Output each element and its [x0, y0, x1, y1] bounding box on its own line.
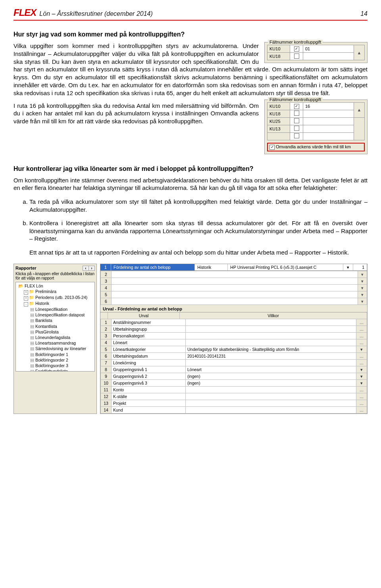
tree-item[interactable]: ▤ Bokföringsorder 3 — [17, 363, 94, 368]
fig1-row-value[interactable]: 01 — [303, 45, 354, 53]
urval-value[interactable]: Löneart — [186, 366, 356, 373]
browse-button[interactable]: … — [356, 406, 367, 413]
tree-item[interactable]: ▤ Lönespecifikation datapost — [17, 312, 94, 318]
urval-value[interactable] — [186, 400, 356, 406]
urval-row: 2Utbetalningsgrupp… — [101, 326, 367, 332]
tree-item[interactable]: ▤ Lönespecifikation — [17, 306, 94, 312]
tree-item[interactable]: ▤ Bokföringsorder 2 — [17, 357, 94, 363]
list-item-b: Kontrollera i löneregistret att alla lön… — [29, 219, 368, 243]
tree-label: Lönespecifikation datapost — [35, 312, 85, 317]
urval-row-number: 7 — [101, 359, 112, 366]
nav-buttons[interactable]: ‹ › — [83, 266, 95, 271]
tree-item[interactable]: ▤ Kontantlista — [17, 324, 94, 329]
expand-icon[interactable]: + — [24, 296, 28, 301]
urval-value[interactable] — [186, 326, 356, 332]
dropdown-icon[interactable]: ▾ — [343, 264, 353, 270]
toprow-copies[interactable]: 1 — [353, 264, 367, 270]
dropdown-icon[interactable]: ▾ — [358, 284, 367, 291]
scrollbar-track[interactable] — [354, 117, 365, 140]
expand-icon[interactable]: + — [24, 290, 28, 295]
tree-item[interactable]: +📁 Preliminära — [17, 289, 94, 295]
fieldbox-fig2: Fältnummer kontrolluppgift KU10 ✓ 16 ▲ K… — [264, 100, 368, 154]
tree-item[interactable]: ▤ Särredovisning av lönearter — [17, 346, 94, 351]
grid-cell[interactable] — [112, 278, 358, 284]
folder-icon: 📁 — [29, 289, 34, 294]
tree-item[interactable]: +📁 Periodens (utb. 2013-05-24) — [17, 295, 94, 301]
nav-prev-icon[interactable]: ‹ — [83, 266, 89, 270]
urval-value[interactable] — [186, 332, 356, 339]
urval-label: Projekt — [112, 400, 186, 406]
fig2-row-label: KU25 — [267, 117, 290, 125]
fig2-row-checkbox[interactable] — [290, 132, 303, 140]
grid-cell[interactable] — [112, 298, 358, 305]
urval-row-number: 12 — [101, 393, 112, 400]
tree-item[interactable]: ▤ Löneartssammandrag — [17, 340, 94, 346]
browse-button[interactable]: … — [356, 393, 367, 400]
browse-button[interactable]: … — [356, 400, 367, 406]
tree-item[interactable]: ▤ PlusGirolista — [17, 329, 94, 335]
grid-cell[interactable] — [112, 291, 358, 298]
fig2-row-checkbox[interactable] — [290, 110, 303, 117]
browse-button[interactable]: … — [356, 332, 367, 339]
urval-value[interactable] — [186, 319, 356, 326]
fig2-row-value[interactable] — [303, 125, 354, 132]
fig2-row-checkbox[interactable] — [290, 125, 303, 132]
dropdown-icon[interactable]: ▾ — [356, 379, 367, 386]
urval-value[interactable] — [186, 406, 356, 413]
urval-value[interactable] — [186, 339, 356, 346]
browse-button[interactable]: … — [356, 359, 367, 366]
fig2-row-value[interactable] — [303, 132, 354, 140]
urval-label: Lönekörning — [112, 359, 186, 366]
dropdown-icon[interactable]: ▾ — [358, 271, 367, 278]
urval-value[interactable]: Underlagstyp för skatteberäkning - Skatt… — [186, 346, 356, 352]
tree-label: Banklista — [35, 318, 52, 323]
tree-item[interactable]: -📁 Historik — [17, 301, 94, 306]
tree-item[interactable]: ▤ Banklista — [17, 318, 94, 323]
browse-button[interactable]: … — [356, 352, 367, 359]
scrollbar-up-icon[interactable]: ▲ — [354, 102, 365, 117]
dropdown-icon[interactable]: ▾ — [356, 373, 367, 379]
browse-button[interactable]: … — [356, 326, 367, 332]
convert-checkbox[interactable]: ✓ — [269, 145, 275, 150]
tree-item[interactable]: ▤ Löneunderlagslista — [17, 335, 94, 340]
fig1-row-checkbox[interactable] — [290, 53, 303, 60]
scrollbar-up-icon[interactable]: ▲ — [354, 45, 365, 60]
browse-button[interactable]: … — [356, 339, 367, 346]
nav-next-icon[interactable]: › — [89, 266, 94, 270]
reports-tree[interactable]: 📂 FLEX Lön +📁 Preliminära+📁 Periodens (u… — [15, 282, 95, 372]
browse-button[interactable]: … — [356, 386, 367, 393]
grid-row-number: 2 — [101, 271, 112, 278]
toprow-printer[interactable]: HP Universal Printing PCL 6 (v5.3) (Lase… — [228, 264, 343, 270]
expand-icon[interactable]: - — [24, 302, 28, 306]
grid-cell[interactable] — [112, 284, 358, 291]
urval-value[interactable] — [186, 359, 356, 366]
tree-root[interactable]: 📂 FLEX Lön — [17, 283, 94, 289]
fig2-row-checkbox[interactable] — [290, 117, 303, 125]
urval-row: 10Grupperingsnivå 3(ingen)▾ — [101, 379, 367, 386]
fig1-row-checkbox[interactable]: ✓ — [290, 45, 303, 53]
fig2-row-value[interactable] — [303, 117, 354, 125]
dropdown-icon[interactable]: ▾ — [356, 346, 367, 352]
dropdown-icon[interactable]: ▾ — [358, 278, 367, 284]
grid-cell[interactable] — [112, 271, 358, 278]
urval-value[interactable]: 20140101-20141231 — [186, 352, 356, 359]
dropdown-icon[interactable]: ▾ — [356, 366, 367, 373]
toprow-category: Historik — [195, 264, 228, 270]
fig2-row-checkbox[interactable]: ✓ — [290, 102, 303, 110]
dropdown-icon[interactable]: ▾ — [358, 291, 367, 298]
section-heading-2: Hur kontrollerar jag vilka lönearter som… — [13, 165, 368, 172]
urval-row-number: 5 — [101, 346, 112, 352]
fig1-row-value[interactable] — [303, 53, 354, 60]
dropdown-icon[interactable]: ▾ — [358, 298, 367, 305]
fig2-row-value[interactable] — [303, 110, 354, 117]
urval-value[interactable]: (ingen) — [186, 373, 356, 379]
fig2-row-value[interactable]: 16 — [303, 102, 354, 110]
urval-value[interactable] — [186, 393, 356, 400]
tree-item[interactable]: ▤ Fackförbundslista — [17, 368, 94, 372]
reports-title: Rapporter — [15, 266, 37, 270]
tree-item[interactable]: ▤ Bokföringsorder 1 — [17, 352, 94, 357]
urval-value[interactable]: (ingen) — [186, 379, 356, 386]
urval-value[interactable] — [186, 386, 356, 393]
urval-row-number: 8 — [101, 366, 112, 373]
browse-button[interactable]: … — [356, 319, 367, 326]
